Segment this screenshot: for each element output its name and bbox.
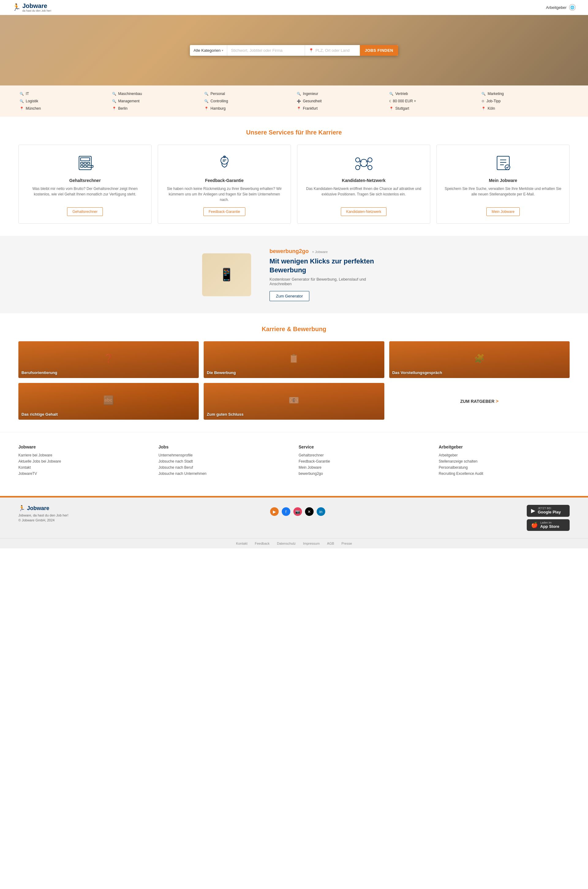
footer-bottom-link[interactable]: Presse bbox=[342, 542, 352, 545]
karriere-title: Karriere & Bewerbung bbox=[18, 326, 570, 333]
quick-tag[interactable]: 🔍Controlling bbox=[203, 98, 292, 104]
arrow-icon: > bbox=[496, 398, 499, 404]
tag-icon: 🔍 bbox=[482, 92, 486, 96]
tag-icon: 🔍 bbox=[112, 99, 116, 103]
karriere-card-bewerbung[interactable]: 📋 Die Bewerbung bbox=[204, 341, 384, 378]
footer-link[interactable]: Gehaltsrechner bbox=[298, 453, 430, 457]
generator-button[interactable]: Zum Generator bbox=[270, 291, 309, 301]
quick-tag[interactable]: 📍Köln bbox=[480, 106, 570, 111]
footer-link[interactable]: Arbeitgeber bbox=[439, 453, 570, 457]
service-title: Kandidaten-Netzwerk bbox=[342, 178, 385, 183]
language-selector[interactable]: 🌐 bbox=[569, 4, 576, 11]
instagram-icon[interactable]: 📷 bbox=[293, 507, 302, 516]
service-button[interactable]: Mein Jobware bbox=[486, 207, 520, 216]
footer-link[interactable]: Personalberatung bbox=[439, 466, 570, 470]
bewerbung-content: bewerbung2go × Jobware Mit wenigen Klick… bbox=[270, 248, 386, 301]
svg-point-16 bbox=[368, 165, 372, 170]
quick-tag[interactable]: 🔍Ingenieur bbox=[296, 91, 385, 96]
services-title: Unsere Services für Ihre Karriere bbox=[18, 129, 570, 136]
quick-search-grid: 🔍IT🔍Maschinenbau🔍Personal🔍Ingenieur🔍Vert… bbox=[18, 91, 570, 111]
footer-bottom-link[interactable]: Impressum bbox=[303, 542, 320, 545]
service-button[interactable]: Feedback-Garantie bbox=[203, 207, 245, 216]
footer-column-title: Jobware bbox=[18, 444, 150, 449]
footer-link[interactable]: JobwareTV bbox=[18, 472, 150, 476]
category-label: Alle Kategorien bbox=[194, 48, 220, 53]
footer-bottom-link[interactable]: Datenschutz bbox=[277, 542, 296, 545]
tag-icon: 🔍 bbox=[20, 92, 24, 96]
twitter-x-icon[interactable]: ✕ bbox=[305, 507, 314, 516]
service-card: Kandidaten-Netzwerk Das Kandidaten-Netzw… bbox=[297, 144, 430, 224]
search-bar: Alle Kategorien ▾ 📍 JOBS FINDEN bbox=[190, 45, 398, 56]
quick-tag[interactable]: 🔍Vertrieb bbox=[388, 91, 477, 96]
quick-tag[interactable]: 📍München bbox=[18, 106, 108, 111]
youtube-icon[interactable]: ▶ bbox=[270, 507, 279, 516]
footer-link[interactable]: Aktuelle Jobs bei Jobware bbox=[18, 459, 150, 464]
quick-tag[interactable]: 🔍Maschinenbau bbox=[111, 91, 200, 96]
service-card: Mein Jobware Speichern Sie Ihre Suche, v… bbox=[436, 144, 570, 224]
category-dropdown[interactable]: Alle Kategorien ▾ bbox=[190, 45, 227, 56]
footer-bottom-link[interactable]: Kontakt bbox=[236, 542, 248, 545]
footer-link[interactable]: Jobsuche nach Beruf bbox=[159, 466, 290, 470]
facebook-icon[interactable]: f bbox=[282, 507, 290, 516]
location-input[interactable] bbox=[315, 48, 356, 53]
quick-tag[interactable]: 📍Berlin bbox=[111, 106, 200, 111]
tag-icon: ➕ bbox=[297, 99, 301, 103]
tag-icon: 🔍 bbox=[389, 92, 393, 96]
quick-tag[interactable]: ➕Gesundheit bbox=[296, 98, 385, 104]
job-search-input[interactable] bbox=[227, 45, 305, 56]
tag-icon: 🔍 bbox=[204, 92, 208, 96]
service-icon-wrap bbox=[214, 152, 235, 174]
quick-tag[interactable]: ⚙Job-Tipp bbox=[480, 98, 570, 104]
service-card: Gehaltsrechner Was bleibt mir netto vom … bbox=[18, 144, 152, 224]
quick-tag[interactable]: 🔍Management bbox=[111, 98, 200, 104]
quick-tag[interactable]: 🔍Logistik bbox=[18, 98, 108, 104]
arbeitgeber-button[interactable]: Arbeitgeber bbox=[546, 5, 567, 10]
tag-icon: 📍 bbox=[20, 107, 24, 111]
quick-tag[interactable]: 🔍IT bbox=[18, 91, 108, 96]
footer-link[interactable]: Recruiting Excellence Audit bbox=[439, 472, 570, 476]
svg-rect-4 bbox=[87, 162, 90, 164]
location-icon: 📍 bbox=[309, 48, 314, 53]
search-button[interactable]: JOBS FINDEN bbox=[360, 45, 398, 56]
logo[interactable]: 🏃 Jobware da hast du den Job her! bbox=[12, 3, 51, 12]
google-play-button[interactable]: ▶ JETZT BEI Google Play bbox=[527, 505, 570, 517]
karriere-card-beruf[interactable]: ❓ Berufsorientierung bbox=[18, 341, 199, 378]
zum-ratgeber-link[interactable]: ZUM RATGEBER > bbox=[460, 398, 499, 404]
service-button[interactable]: Kandidaten-Netzwerk bbox=[341, 207, 387, 216]
service-button[interactable]: Gehaltsrechner bbox=[67, 207, 103, 216]
footer-bottom-link[interactable]: AGB bbox=[327, 542, 334, 545]
app-store-button[interactable]: 🍎 Laden im App Store bbox=[527, 519, 570, 531]
svg-rect-1 bbox=[81, 158, 90, 161]
hero-overlay: Alle Kategorien ▾ 📍 JOBS FINDEN bbox=[0, 15, 588, 86]
footer-link[interactable]: Stellenanzeige schalten bbox=[439, 459, 570, 464]
quick-tag[interactable]: 📍Frankfurt bbox=[296, 106, 385, 111]
footer-logo[interactable]: 🏃 Jobware bbox=[18, 505, 68, 512]
tag-icon: 🔍 bbox=[204, 99, 208, 103]
footer-logo-icon: 🏃 bbox=[18, 505, 25, 512]
linkedin-icon[interactable]: in bbox=[316, 507, 325, 516]
bewerbung-banner: 📱 bewerbung2go × Jobware Mit wenigen Kli… bbox=[0, 236, 588, 313]
footer-link[interactable]: Kontakt bbox=[18, 466, 150, 470]
footer-link[interactable]: Karriere bei Jobware bbox=[18, 453, 150, 457]
footer-link[interactable]: Feedback-Garantie bbox=[298, 459, 430, 464]
app-store-sub: Laden im bbox=[540, 521, 559, 524]
quick-tag[interactable]: 🔍Personal bbox=[203, 91, 292, 96]
quick-tag[interactable]: €80 000 EUR + bbox=[388, 98, 477, 104]
karriere-card-gehalt[interactable]: 🔤 Das richtige Gehalt bbox=[18, 383, 199, 420]
footer-bottom-link[interactable]: Feedback bbox=[255, 542, 270, 545]
karriere-grid-top: ❓ Berufsorientierung 📋 Die Bewerbung 🧩 D… bbox=[18, 341, 570, 378]
footer-links-bottom: KontaktFeedbackDatenschutzImpressumAGBPr… bbox=[0, 538, 588, 548]
service-card: Feedback-Garantie Sie haben noch keine R… bbox=[158, 144, 291, 224]
karriere-card-schluss[interactable]: 📧 Zum guten Schluss bbox=[204, 383, 384, 420]
service-title: Mein Jobware bbox=[489, 178, 517, 183]
karriere-card-gespraech[interactable]: 🧩 Das Vorstellungsgespräch bbox=[389, 341, 570, 378]
quick-search-section: 🔍IT🔍Maschinenbau🔍Personal🔍Ingenieur🔍Vert… bbox=[0, 86, 588, 117]
footer-link[interactable]: Jobsuche nach Unternehmen bbox=[159, 472, 290, 476]
footer-link[interactable]: bewerbung2go bbox=[298, 472, 430, 476]
quick-tag[interactable]: 🔍Marketing bbox=[480, 91, 570, 96]
quick-tag[interactable]: 📍Hamburg bbox=[203, 106, 292, 111]
quick-tag[interactable]: 📍Stuttgart bbox=[388, 106, 477, 111]
footer-link[interactable]: Jobsuche nach Stadt bbox=[159, 459, 290, 464]
footer-link[interactable]: Mein Jobware bbox=[298, 466, 430, 470]
footer-link[interactable]: Unternehmensprofile bbox=[159, 453, 290, 457]
